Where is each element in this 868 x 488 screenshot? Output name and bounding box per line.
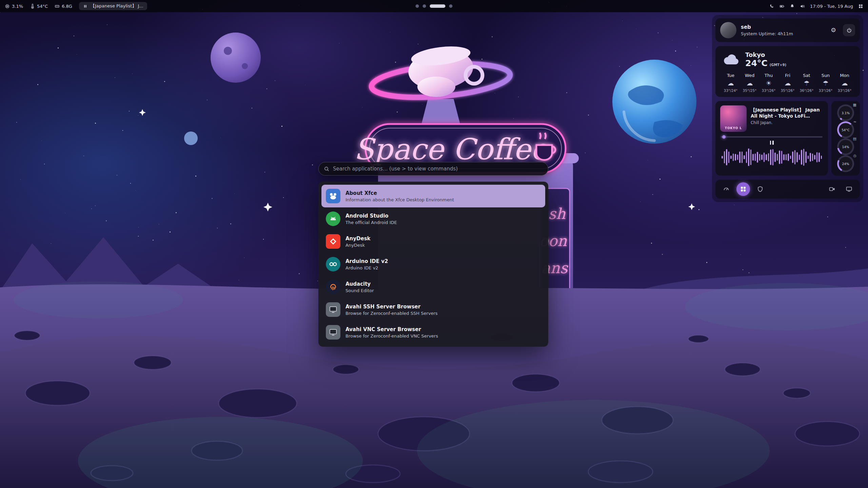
app-name: Android Studio (346, 213, 397, 219)
app-name: Arduino IDE v2 (346, 258, 388, 264)
search-input[interactable] (333, 166, 543, 172)
system-uptime: System Uptime: 4h11m (741, 31, 793, 36)
forecast-day: Fri☁35°/26° (778, 73, 797, 93)
quick-actions-row (715, 180, 860, 199)
track-title: 【Japanese Playlist】 Japan All Night - To… (751, 107, 823, 119)
temperature-indicator: 54°C (30, 4, 48, 9)
power-icon (846, 27, 852, 33)
weather-city: Tokyo (745, 51, 786, 58)
audacity-icon (326, 280, 340, 294)
forecast-row: Tue☁33°/24° Wed☁35°/25° Thu☀33°/26° Fri☁… (722, 73, 854, 93)
app-description: Arduino IDE v2 (346, 265, 388, 270)
app-results-list: About XfceInformation about the Xfce Des… (318, 182, 548, 347)
forecast-day: Sun☂33°/26° (816, 73, 835, 93)
app-description: The official Android IDE (346, 220, 397, 225)
avahi-vnc-icon (326, 325, 340, 340)
forecast-day: Wed☁35°/25° (741, 73, 759, 93)
gear-icon: ⚙ (831, 27, 836, 33)
app-description: Information about the Xfce Desktop Envir… (346, 197, 454, 202)
about-xfce-icon (326, 189, 340, 203)
display-button[interactable] (842, 182, 856, 196)
app-row-avahi-vnc[interactable]: Avahi VNC Server BrowserBrowse for Zeroc… (321, 321, 545, 344)
weather-timezone: (GMT+9) (770, 63, 786, 67)
now-playing-chip[interactable]: 【Japanese Playlist】 J... (79, 2, 147, 10)
app-row-avahi-ssh[interactable]: Avahi SSH Server BrowserBrowse for Zeroc… (321, 298, 545, 321)
pause-icon (83, 4, 88, 9)
speedometer-icon (723, 186, 730, 192)
search-bar[interactable] (318, 162, 548, 176)
workspace-dot-4[interactable] (449, 4, 453, 8)
disk-icon: ◎ (853, 154, 856, 158)
system-gauges: 3.1% ▦ 54°C ≈ 14% ▤ 24% ◎ (831, 101, 860, 176)
app-menu-grid-icon[interactable] (858, 4, 863, 9)
app-name: Audacity (346, 281, 374, 287)
window-neon-line: sh (548, 205, 566, 222)
sun-icon: ☀ (766, 80, 771, 86)
disk-gauge: 24% ◎ (837, 155, 854, 172)
cpu-indicator: 3.1% (5, 4, 23, 9)
power-button[interactable] (843, 24, 855, 36)
settings-button[interactable]: ⚙ (827, 24, 840, 36)
performance-button[interactable] (719, 182, 733, 196)
monitor-icon (846, 186, 852, 192)
app-row-about-xfce[interactable]: About XfceInformation about the Xfce Des… (321, 185, 545, 207)
volume-icon[interactable] (800, 4, 805, 9)
earth-planet (612, 60, 696, 144)
memory-indicator: 6.8G (55, 4, 72, 9)
app-row-android-studio[interactable]: Android StudioThe official Android IDE (321, 207, 545, 230)
workspace-dot-1[interactable] (416, 4, 419, 8)
app-description: Sound Editor (346, 288, 374, 293)
app-name: About Xfce (346, 190, 454, 196)
anydesk-icon (326, 234, 340, 249)
app-row-anydesk[interactable]: AnyDeskAnyDesk (321, 230, 545, 253)
album-art: TOKYO L (720, 105, 747, 132)
small-moon (184, 131, 198, 145)
shield-button[interactable] (753, 182, 767, 196)
app-name: Avahi VNC Server Browser (346, 326, 438, 332)
workspace-dot-2[interactable] (423, 4, 426, 8)
cloud-icon: ☁ (842, 80, 848, 86)
app-row-audacity[interactable]: AudacitySound Editor (321, 276, 545, 298)
memory-value: 6.8G (62, 4, 72, 9)
memory-icon: ▤ (853, 137, 856, 141)
weather-card: Tokyo 24°C (GMT+9) Tue☁33°/24° Wed☁35°/2… (715, 46, 860, 97)
track-artist: Chill Japan. (751, 120, 823, 125)
cpu-value: 3.1% (12, 4, 23, 9)
forecast-day: Thu☀33°/26° (760, 73, 778, 93)
temperature-gauge: 54°C ≈ (837, 121, 854, 138)
seek-bar[interactable] (721, 136, 823, 138)
cpu-gauge: 3.1% ▦ (837, 104, 854, 121)
play-pause-button[interactable] (770, 141, 774, 145)
arduino-icon (326, 257, 340, 271)
top-panel: 3.1% 54°C 6.8G 【Japanese Playlist】 J... … (0, 0, 868, 12)
media-player-card: TOKYO L 【Japanese Playlist】 Japan All Ni… (715, 101, 828, 176)
temperature-icon: ≈ (853, 120, 856, 124)
battery-icon[interactable] (780, 4, 785, 9)
user-card: seb System Uptime: 4h11m ⚙ (715, 18, 860, 42)
screen-record-button[interactable] (825, 182, 839, 196)
android-studio-icon (326, 211, 340, 226)
apps-grid-button[interactable] (736, 182, 750, 196)
cloud-icon: ☁ (728, 80, 734, 86)
cloud-icon: ☁ (747, 80, 753, 86)
temperature-value: 54°C (37, 4, 48, 9)
seek-handle[interactable] (722, 135, 726, 139)
app-row-arduino-ide[interactable]: Arduino IDE v2Arduino IDE v2 (321, 253, 545, 276)
app-description: Browse for Zeroconf-enabled SSH Servers (346, 311, 438, 316)
now-playing-label: 【Japanese Playlist】 J... (91, 3, 143, 9)
username: seb (741, 24, 793, 30)
avatar (720, 22, 736, 38)
cloud-icon: ☁ (785, 80, 791, 86)
workspace-active-pill[interactable] (430, 4, 446, 8)
notifications-bell-icon[interactable] (790, 4, 795, 9)
shield-icon (757, 186, 764, 192)
memory-gauge: 14% ▤ (837, 138, 854, 155)
waveform (720, 147, 823, 168)
cloud-icon (722, 53, 741, 66)
workspace-switcher (416, 0, 453, 12)
clock[interactable]: 17:09 - Tue, 19 Aug (810, 4, 853, 9)
phone-icon[interactable] (769, 4, 774, 9)
sign-text: Space Coffee (354, 132, 549, 166)
forecast-day: Mon☁33°/26° (835, 73, 854, 93)
search-icon (324, 166, 330, 172)
